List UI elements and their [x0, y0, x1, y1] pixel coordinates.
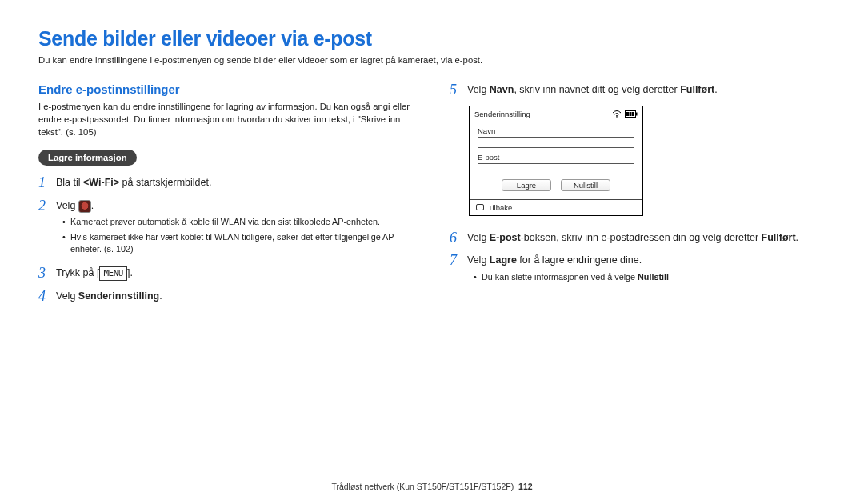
text: Velg: [56, 290, 78, 302]
step-text: Bla til <Wi-Fi> på startskjermbildet.: [56, 175, 211, 190]
bold-text: Senderinnstilling: [78, 290, 159, 302]
menu-button-icon: MENU: [99, 266, 127, 280]
step-2: 2 Velg . Kameraet prøver automatisk å ko…: [38, 198, 414, 258]
step-number: 2: [38, 198, 56, 258]
step-text: Velg Navn, skriv inn navnet ditt og velg…: [467, 82, 718, 98]
step-3: 3 Trykk på [MENU].: [38, 266, 414, 281]
email-field-label: E-post: [478, 153, 634, 162]
device-screenshot: Senderinnstilling Navn E-post: [469, 106, 643, 216]
bullet-item: Du kan slette informasjonen ved å velge …: [474, 271, 671, 283]
section-description: I e-postmenyen kan du endre innstillinge…: [38, 101, 414, 138]
bold-text: Lagre: [490, 254, 517, 266]
text: Trykk på [: [56, 267, 99, 278]
step-6: 6 Velg E-post-boksen, skriv inn e-postad…: [450, 230, 826, 246]
bold-text: Navn: [490, 84, 514, 95]
device-status-icons: [612, 110, 638, 118]
back-label: Tilbake: [488, 203, 512, 212]
step-number: 5: [450, 82, 467, 98]
step-4: 4 Velg Senderinnstilling.: [38, 289, 414, 304]
device-footer: Tilbake: [470, 199, 642, 215]
text: Velg: [467, 232, 490, 243]
device-body: Navn E-post Lagre Nullstill: [470, 122, 642, 199]
right-step-list: 5 Velg Navn, skriv inn navnet ditt og ve…: [450, 82, 826, 98]
text: for å lagre endringene dine.: [517, 254, 642, 266]
step-1: 1 Bla til <Wi-Fi> på startskjermbildet.: [38, 175, 414, 190]
step-text: Velg Lagre for å lagre endringene dine. …: [467, 253, 671, 286]
step-number: 1: [38, 175, 56, 190]
two-column-layout: Endre e-postinnstillinger I e-postmenyen…: [38, 82, 826, 311]
section-heading: Endre e-postinnstillinger: [38, 82, 414, 96]
topic-pill: Lagre informasjon: [38, 150, 137, 166]
right-step-list-cont: 6 Velg E-post-boksen, skriv inn e-postad…: [450, 230, 826, 286]
step-5: 5 Velg Navn, skriv inn navnet ditt og ve…: [450, 82, 826, 98]
step-number: 3: [38, 266, 56, 281]
right-column: 5 Velg Navn, skriv inn navnet ditt og ve…: [450, 82, 826, 311]
svg-rect-4: [630, 112, 632, 116]
footer-text: Trådløst nettverk (Kun ST150F/ST151F/ST1…: [331, 482, 514, 491]
svg-point-0: [616, 116, 618, 118]
step-text: Velg E-post-boksen, skriv inn e-postadre…: [467, 230, 798, 246]
text: .: [159, 290, 162, 302]
left-column: Endre e-postinnstillinger I e-postmenyen…: [38, 82, 414, 311]
svg-rect-2: [636, 112, 638, 115]
step-text: Trykk på [MENU].: [56, 266, 133, 281]
bold-text: Fullført: [762, 232, 796, 243]
page-number: 112: [518, 482, 533, 491]
email-app-icon: [78, 200, 91, 213]
device-title: Senderinnstilling: [474, 110, 530, 118]
wifi-icon: [612, 110, 622, 118]
document-page: Sende bilder eller videoer via e-post Du…: [0, 0, 864, 504]
bullet-list: Du kan slette informasjonen ved å velge …: [467, 271, 671, 283]
bold-text: <Wi-Fi>: [83, 177, 119, 188]
bold-text: Nullstill: [638, 272, 669, 282]
text: .: [796, 232, 798, 243]
text: Velg: [467, 84, 490, 95]
email-input[interactable]: [478, 163, 634, 174]
step-number: 6: [450, 230, 467, 246]
bold-text: E-post: [490, 232, 521, 243]
step-7: 7 Velg Lagre for å lagre endringene dine…: [450, 253, 826, 286]
step-number: 4: [38, 289, 56, 304]
name-input[interactable]: [478, 137, 634, 148]
text: ].: [127, 267, 133, 278]
text: Velg: [467, 254, 490, 266]
text: .: [669, 272, 671, 282]
text: .: [714, 84, 717, 95]
step-text: Velg Senderinnstilling.: [56, 289, 162, 304]
bold-text: Fullført: [680, 84, 714, 95]
reset-button[interactable]: Nullstill: [561, 179, 610, 191]
name-field-label: Navn: [478, 126, 634, 135]
text: .: [91, 200, 94, 211]
device-button-row: Lagre Nullstill: [478, 179, 634, 191]
text: på startskjermbildet.: [119, 177, 211, 188]
text: Du kan slette informasjonen ved å velge: [482, 272, 638, 282]
text: -boksen, skriv inn e-postadressen din og…: [521, 232, 762, 243]
bullet-item: Hvis kameraet ikke har vært koblet til W…: [62, 231, 414, 254]
text: Bla til: [56, 177, 83, 188]
bullet-item: Kameraet prøver automatisk å koble til W…: [62, 216, 414, 228]
text: , skriv inn navnet ditt og velg deretter: [514, 84, 680, 95]
text: Velg: [56, 200, 78, 211]
page-intro: Du kan endre innstillingene i e-postmeny…: [38, 55, 826, 65]
svg-rect-5: [632, 112, 634, 116]
back-icon[interactable]: [476, 204, 484, 210]
save-button[interactable]: Lagre: [502, 179, 551, 191]
svg-rect-3: [626, 112, 629, 116]
page-footer: Trådløst nettverk (Kun ST150F/ST151F/ST1…: [0, 482, 864, 491]
step-number: 7: [450, 253, 467, 286]
device-header: Senderinnstilling: [470, 106, 642, 122]
page-title: Sende bilder eller videoer via e-post: [38, 27, 826, 50]
left-step-list: 1 Bla til <Wi-Fi> på startskjermbildet. …: [38, 175, 414, 303]
battery-icon: [625, 110, 638, 118]
bullet-list: Kameraet prøver automatisk å koble til W…: [56, 216, 414, 254]
step-text: Velg . Kameraet prøver automatisk å kobl…: [56, 198, 414, 258]
